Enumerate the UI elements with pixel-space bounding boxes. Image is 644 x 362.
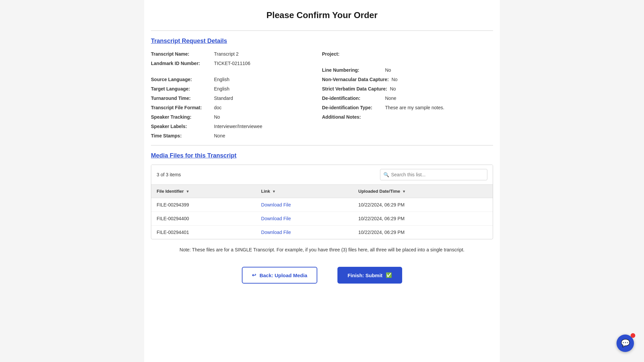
col-link-label: Link — [261, 189, 270, 194]
deidentification-row: De-identification: None — [322, 96, 493, 101]
target-language-label: Target Language: — [151, 86, 211, 92]
strict-verbatim-row: Strict Verbatim Data Capture: No — [322, 86, 493, 92]
back-arrow-icon: ↩ — [252, 272, 256, 278]
details-left-column: Transcript Name: Transcript 2 Landmark I… — [151, 51, 322, 138]
landmark-id-label: Landmark ID Number: — [151, 61, 211, 66]
download-file-link[interactable]: Download File — [261, 202, 291, 207]
speaker-labels-label: Speaker Labels: — [151, 124, 211, 129]
media-files-table: File Identifier ▼ Link ▼ Uploaded Date/T… — [151, 185, 493, 239]
link-cell: Download File — [256, 198, 353, 212]
button-row: ↩ Back: Upload Media Finish: Submit ✅ — [151, 267, 493, 284]
media-section-title: Media Files for this Transcript — [151, 152, 493, 159]
deidentification-value: None — [385, 96, 396, 101]
table-header-row: File Identifier ▼ Link ▼ Uploaded Date/T… — [151, 185, 493, 198]
sort-icon-uploaded: ▼ — [402, 189, 406, 193]
download-file-link[interactable]: Download File — [261, 216, 291, 221]
search-input[interactable] — [380, 169, 487, 180]
target-language-value: English — [214, 86, 229, 92]
col-link: Link ▼ — [256, 185, 353, 198]
turnaround-label: Turnaround Time: — [151, 96, 211, 101]
table-row: FILE-00294399Download File10/22/2024, 06… — [151, 198, 493, 212]
source-language-label: Source Language: — [151, 77, 211, 82]
media-files-table-container: 3 of 3 items 🔍 File Identifier ▼ — [151, 165, 493, 239]
items-count: 3 of 3 items — [157, 172, 181, 177]
deidentification-label: De-identification: — [322, 96, 382, 101]
speaker-labels-value: Interviewer/Interviewee — [214, 124, 262, 129]
back-button[interactable]: ↩ Back: Upload Media — [242, 267, 318, 284]
note-text: Note: These files are for a SINGLE Trans… — [151, 246, 493, 253]
line-numbering-label: Line Numbering: — [322, 67, 382, 73]
non-vernacular-label: Non-Vernacular Data Capture: — [322, 77, 389, 82]
table-row: FILE-00294400Download File10/22/2024, 06… — [151, 212, 493, 226]
page-title: Please Confirm Your Order — [151, 10, 493, 20]
search-container: 🔍 — [380, 169, 487, 180]
uploaded-date-cell: 10/22/2024, 06:29 PM — [353, 198, 493, 212]
landmark-id-row: Landmark ID Number: TICKET-0211106 — [151, 61, 322, 66]
page-container: Please Confirm Your Order Transcript Req… — [144, 0, 500, 362]
speaker-tracking-label: Speaker Tracking: — [151, 114, 211, 120]
col-uploaded-label: Uploaded Date/Time — [358, 189, 400, 194]
speaker-labels-row: Speaker Labels: Interviewer/Interviewee — [151, 124, 322, 129]
col-uploaded: Uploaded Date/Time ▼ — [353, 185, 493, 198]
transcript-name-row: Transcript Name: Transcript 2 — [151, 51, 322, 57]
turnaround-value: Standard — [214, 96, 233, 101]
file-format-label: Transcript File Format: — [151, 105, 211, 110]
deidentification-type-row: De-identification Type: These are my sam… — [322, 105, 493, 110]
sort-icon-link: ▼ — [272, 189, 276, 193]
non-vernacular-value: No — [391, 77, 397, 82]
middle-divider — [151, 145, 493, 145]
chat-bubble-button[interactable]: 💬 — [616, 335, 634, 352]
finish-button-label: Finish: Submit — [347, 273, 382, 278]
col-file-identifier-label: File Identifier — [157, 189, 184, 194]
transcript-name-value: Transcript 2 — [214, 51, 238, 57]
project-row: Project: — [322, 51, 493, 57]
file-format-value: doc — [214, 105, 222, 110]
table-toolbar: 3 of 3 items 🔍 — [151, 165, 493, 185]
line-numbering-value: No — [385, 67, 391, 73]
uploaded-date-cell: 10/22/2024, 06:29 PM — [353, 226, 493, 239]
file-id-cell: FILE-00294399 — [151, 198, 256, 212]
transcript-section-title: Transcript Request Details — [151, 38, 493, 45]
sort-icon-file: ▼ — [186, 189, 190, 193]
chat-icon: 💬 — [621, 339, 630, 348]
chat-badge — [631, 333, 635, 338]
turnaround-row: Turnaround Time: Standard — [151, 96, 322, 101]
additional-notes-row: Additional Notes: — [322, 114, 493, 120]
speaker-tracking-value: No — [214, 114, 220, 120]
strict-verbatim-label: Strict Verbatim Data Capture: — [322, 86, 387, 92]
strict-verbatim-value: No — [390, 86, 396, 92]
download-file-link[interactable]: Download File — [261, 230, 291, 235]
details-grid: Transcript Name: Transcript 2 Landmark I… — [151, 51, 493, 138]
file-format-row: Transcript File Format: doc — [151, 105, 322, 110]
non-vernacular-row: Non-Vernacular Data Capture: No — [322, 77, 493, 82]
finish-button[interactable]: Finish: Submit ✅ — [337, 267, 402, 284]
deidentification-type-label: De-identification Type: — [322, 105, 382, 110]
deidentification-type-value: These are my sample notes. — [385, 105, 444, 110]
time-stamps-label: Time Stamps: — [151, 133, 211, 138]
time-stamps-value: None — [214, 133, 225, 138]
search-icon: 🔍 — [383, 172, 389, 177]
additional-notes-label: Additional Notes: — [322, 114, 382, 120]
top-divider — [151, 31, 493, 31]
details-right-column: Project: Line Numbering: No Non-Vernacul… — [322, 51, 493, 138]
speaker-tracking-row: Speaker Tracking: No — [151, 114, 322, 120]
line-numbering-row: Line Numbering: No — [322, 67, 493, 73]
checkmark-icon: ✅ — [386, 272, 392, 278]
table-row: FILE-00294401Download File10/22/2024, 06… — [151, 226, 493, 239]
back-button-label: Back: Upload Media — [260, 273, 308, 278]
uploaded-date-cell: 10/22/2024, 06:29 PM — [353, 212, 493, 226]
source-language-row: Source Language: English — [151, 77, 322, 82]
file-id-cell: FILE-00294401 — [151, 226, 256, 239]
time-stamps-row: Time Stamps: None — [151, 133, 322, 138]
link-cell: Download File — [256, 226, 353, 239]
file-id-cell: FILE-00294400 — [151, 212, 256, 226]
source-language-value: English — [214, 77, 229, 82]
transcript-name-label: Transcript Name: — [151, 51, 211, 57]
col-file-identifier: File Identifier ▼ — [151, 185, 256, 198]
target-language-row: Target Language: English — [151, 86, 322, 92]
landmark-id-value: TICKET-0211106 — [214, 61, 250, 66]
link-cell: Download File — [256, 212, 353, 226]
project-label: Project: — [322, 51, 382, 57]
